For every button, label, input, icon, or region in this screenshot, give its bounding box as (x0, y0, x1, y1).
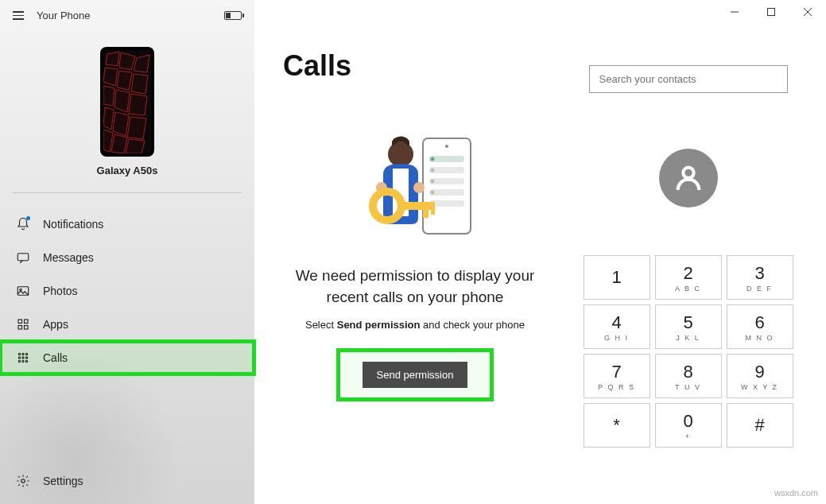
svg-point-48 (388, 142, 413, 167)
watermark: wsxdn.com (774, 488, 818, 498)
svg-point-56 (683, 168, 693, 178)
nav-messages[interactable]: Messages (0, 241, 254, 274)
sidebar-header: Your Phone (0, 0, 254, 31)
dialpad-key-6[interactable]: 6M N O (727, 304, 793, 349)
calls-panel: Calls (254, 0, 563, 504)
chat-icon (16, 250, 30, 265)
svg-marker-4 (117, 71, 132, 90)
notification-dot (26, 216, 30, 220)
window-controls (716, 0, 826, 24)
minimize-button[interactable] (716, 0, 753, 24)
svg-marker-9 (103, 107, 114, 130)
send-permission-button[interactable]: Send permission (363, 362, 468, 388)
nav-label: Settings (43, 475, 83, 487)
dialpad-key-1[interactable]: 1 (584, 255, 650, 300)
svg-point-45 (431, 180, 435, 184)
svg-marker-11 (127, 117, 146, 139)
dialpad-key-8[interactable]: 8T U V (655, 354, 722, 398)
svg-marker-0 (106, 52, 119, 66)
svg-rect-54 (423, 208, 429, 218)
svg-marker-10 (113, 112, 129, 136)
nav-notifications[interactable]: Notifications (0, 207, 254, 241)
nav-label: Calls (43, 351, 68, 364)
svg-rect-18 (18, 320, 22, 324)
svg-marker-5 (131, 74, 148, 94)
nav-label: Messages (43, 251, 94, 264)
svg-point-30 (25, 360, 27, 362)
svg-point-31 (21, 479, 25, 483)
maximize-button[interactable] (753, 0, 789, 24)
photo-icon (16, 284, 30, 298)
dialpad-key-5[interactable]: 5J K L (655, 304, 722, 349)
phone-wallpaper (103, 50, 151, 153)
dialpad-key-4[interactable]: 4G H I (584, 304, 650, 349)
svg-point-46 (431, 191, 435, 195)
svg-rect-38 (429, 156, 464, 162)
svg-rect-41 (429, 189, 464, 196)
phone-frame[interactable] (100, 47, 154, 157)
sidebar: Your Phone Galaxy A50s Notifications Mes… (0, 0, 254, 504)
svg-rect-55 (431, 208, 435, 215)
dialpad-key-2[interactable]: 2A B C (655, 255, 722, 300)
svg-rect-40 (429, 178, 464, 184)
svg-marker-2 (134, 55, 149, 72)
dialpad-key-7[interactable]: 7P Q R S (584, 354, 650, 398)
svg-point-44 (431, 169, 435, 173)
svg-point-29 (22, 360, 24, 362)
svg-rect-20 (18, 326, 22, 330)
svg-marker-7 (114, 90, 130, 112)
divider (13, 192, 242, 193)
dialpad: 1 2A B C 3D E F 4G H I 5J K L 6M N O 7P … (584, 255, 793, 448)
dialpad-key-3[interactable]: 3D E F (727, 255, 793, 300)
close-button[interactable] (789, 0, 826, 24)
permission-title: We need permission to display your recen… (288, 266, 542, 308)
nav-label: Notifications (43, 218, 103, 231)
main-content: Calls (254, 0, 826, 504)
svg-point-50 (413, 182, 425, 193)
svg-point-25 (18, 357, 20, 359)
svg-marker-8 (129, 94, 147, 115)
svg-marker-14 (126, 139, 145, 153)
battery-icon (224, 11, 242, 20)
contacts-panel: 1 2A B C 3D E F 4G H I 5J K L 6M N O 7P … (563, 0, 826, 504)
nav-label: Photos (43, 285, 78, 297)
svg-rect-19 (25, 320, 29, 324)
gear-icon (16, 474, 30, 488)
page-title: Calls (283, 49, 351, 83)
phone-name: Galaxy A50s (97, 165, 158, 176)
permission-illustration (343, 130, 487, 250)
svg-point-26 (22, 357, 24, 359)
apps-icon (16, 317, 30, 331)
search-contacts-input[interactable] (589, 65, 788, 93)
svg-rect-33 (768, 9, 775, 16)
dialpad-icon (16, 351, 30, 365)
svg-marker-13 (111, 134, 127, 153)
nav-label: Apps (43, 318, 68, 331)
nav-calls[interactable]: Calls (0, 341, 254, 374)
svg-marker-12 (103, 130, 113, 152)
phone-preview: Galaxy A50s (0, 31, 254, 186)
send-permission-highlight: Send permission (336, 348, 494, 401)
svg-rect-39 (429, 167, 464, 173)
svg-marker-6 (103, 86, 114, 106)
permission-subtitle: Select Send permission and check your ph… (305, 319, 525, 331)
svg-point-24 (25, 353, 27, 355)
svg-rect-15 (17, 254, 29, 261)
nav-photos[interactable]: Photos (0, 274, 254, 308)
dialpad-key-star[interactable]: * (584, 403, 650, 448)
svg-marker-1 (119, 52, 135, 70)
dialpad-key-hash[interactable]: # (727, 403, 793, 448)
nav-settings[interactable]: Settings (0, 464, 254, 498)
nav-apps[interactable]: Apps (0, 308, 254, 341)
svg-point-22 (18, 353, 20, 355)
svg-rect-53 (399, 202, 435, 210)
dialpad-key-9[interactable]: 9W X Y Z (727, 354, 793, 398)
svg-rect-36 (423, 138, 471, 234)
svg-point-43 (431, 157, 435, 161)
svg-point-27 (25, 357, 27, 359)
nav-list: Notifications Messages Photos Apps Calls… (0, 200, 254, 504)
dialpad-key-0[interactable]: 0+ (655, 403, 722, 448)
hamburger-menu-icon[interactable] (13, 11, 24, 20)
svg-marker-3 (103, 68, 118, 86)
contact-avatar-placeholder (659, 149, 718, 207)
